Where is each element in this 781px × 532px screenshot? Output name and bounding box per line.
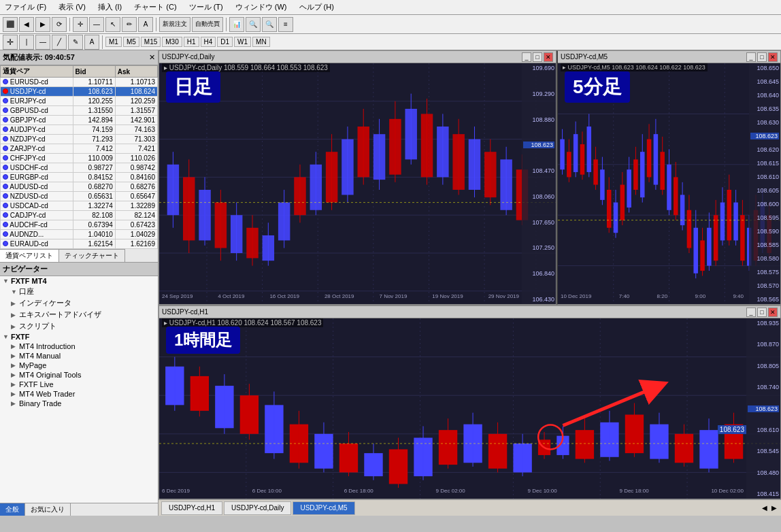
currency-row[interactable]: NZDUSD-cd0.656310.65647 <box>1 192 158 201</box>
nav-item[interactable]: ▶エキスパートアドバイザ <box>0 309 158 320</box>
currency-row[interactable]: ZARJPY-cd7.4127.421 <box>1 144 158 154</box>
tb-fwd[interactable]: ▶ <box>35 17 50 32</box>
currency-row[interactable]: EURGBP-cd0.841520.84160 <box>1 173 158 182</box>
currency-close-btn[interactable]: ✕ <box>149 53 155 62</box>
menu-help[interactable]: ヘルプ (H) <box>297 1 336 13</box>
currency-row[interactable]: AUDNZD...1.040101.04029 <box>1 230 158 239</box>
tf-m15[interactable]: M15 <box>141 37 161 47</box>
menu-view[interactable]: 表示 (V) <box>56 1 88 13</box>
bid-price: 0.67394 <box>73 220 115 230</box>
chart-tab-h1[interactable]: USDJPY-cd,H1 <box>161 501 222 515</box>
menu-window[interactable]: ウィンドウ (W) <box>233 1 289 13</box>
chart-h1-maximize[interactable]: □ <box>757 307 767 317</box>
chart-m5[interactable]: USDJPY-cd,M5 _ □ ✕ ▸ USDJPY-cd,M5 108.62… <box>556 50 781 305</box>
currency-row[interactable]: USDCHF-cd0.987270.98742 <box>1 163 158 173</box>
tb-zoom-in[interactable]: 🔍 <box>246 17 261 32</box>
currency-row[interactable]: GBPJPY-cd142.894142.901 <box>1 116 158 125</box>
currency-row[interactable]: AUDUSD-cd0.682700.68276 <box>1 182 158 192</box>
tb-arrow[interactable]: ↖ <box>105 17 120 32</box>
tb-text[interactable]: A <box>138 17 153 32</box>
nav-item[interactable]: ▼口座 <box>0 286 158 297</box>
chart-h1-svg <box>159 318 780 499</box>
chart-daily-close[interactable]: ✕ <box>544 52 553 62</box>
nav-item[interactable]: ▼FXTF <box>0 332 158 342</box>
tf-trendline[interactable]: ╱ <box>52 35 67 50</box>
tf-vline[interactable]: | <box>19 35 34 50</box>
tf-mn[interactable]: MN <box>252 37 270 47</box>
nav-item[interactable]: ▶MT4 Web Trader <box>0 389 158 399</box>
scroll-left-btn[interactable]: ◀ <box>761 504 769 512</box>
currency-row[interactable]: AUDJPY-cd74.15974.163 <box>1 125 158 135</box>
tb-new-order[interactable]: 新規注文 <box>159 17 190 32</box>
tf-m1[interactable]: M1 <box>105 37 122 47</box>
tf-h4[interactable]: H4 <box>201 37 216 47</box>
chart-m5-minimize[interactable]: _ <box>746 52 756 62</box>
tf-d1[interactable]: D1 <box>217 37 233 47</box>
nav-item[interactable]: ▶Binary Trade <box>0 399 158 408</box>
chart-daily[interactable]: USDJPY-cd,Daily _ □ ✕ ▸ USDJPY-cd,Daily … <box>159 50 556 305</box>
currency-table-container[interactable]: 通貨ペア Bid Ask EURUSD-cd1.107111.10713 USD… <box>0 65 158 249</box>
tf-m5[interactable]: M5 <box>123 37 139 47</box>
currency-row[interactable]: EURUSD-cd1.107111.10713 <box>1 78 158 87</box>
tf-h1[interactable]: H1 <box>184 37 199 47</box>
tb-chart-type[interactable]: 📊 <box>229 17 244 32</box>
tb-new[interactable]: ⬛ <box>3 17 18 32</box>
nav-item[interactable]: ▶スクリプト <box>0 320 158 332</box>
tab-pairs-list[interactable]: 通貨ペアリスト <box>0 249 59 262</box>
tb-back[interactable]: ◀ <box>19 17 34 32</box>
currency-row[interactable]: CHFJPY-cd110.009110.026 <box>1 154 158 163</box>
currency-pair-cell: USDJPY-cd <box>1 87 73 97</box>
ask-price: 110.026 <box>115 154 157 163</box>
nav-item[interactable]: ▼FXTF MT4 <box>0 276 158 286</box>
tb-more[interactable]: ≡ <box>278 17 293 32</box>
ask-price: 0.84160 <box>115 173 157 182</box>
tf-hline[interactable]: — <box>35 35 50 50</box>
chart-m5-maximize[interactable]: □ <box>757 52 767 62</box>
currency-row[interactable]: GBPUSD-cd1.315501.31557 <box>1 106 158 116</box>
m5-y-label-10: 108.605 <box>750 187 779 194</box>
tb-auto-trade[interactable]: 自動売買 <box>192 17 223 32</box>
tf-cursor[interactable]: ✛ <box>3 35 18 50</box>
chart-daily-maximize[interactable]: □ <box>533 52 542 62</box>
tb-pencil[interactable]: ✏ <box>122 17 137 32</box>
nav-item[interactable]: ▶MyPage <box>0 361 158 370</box>
currency-row[interactable]: USDJPY-cd108.623108.624 <box>1 87 158 97</box>
tb-zoom-out[interactable]: 🔍 <box>262 17 277 32</box>
nav-item[interactable]: ▶MT4 Manual <box>0 351 158 361</box>
chart-daily-minimize[interactable]: _ <box>522 52 531 62</box>
currency-pair-cell: EURUSD-cd <box>1 78 73 87</box>
tf-w1[interactable]: W1 <box>234 37 251 47</box>
currency-row[interactable]: USDCAD-cd1.322741.32289 <box>1 201 158 211</box>
currency-row[interactable]: EURAUD-cd1.621541.62169 <box>1 239 158 249</box>
bottom-tab-favorites[interactable]: お気に入り <box>25 503 71 516</box>
chart-h1-close[interactable]: ✕ <box>768 307 778 317</box>
chart-tab-daily[interactable]: USDJPY-cd,Daily <box>224 501 291 515</box>
tf-pen[interactable]: ✎ <box>68 35 83 50</box>
tb-line[interactable]: — <box>89 17 104 32</box>
tf-text[interactable]: A <box>84 35 99 50</box>
currency-row[interactable]: AUDCHF-cd0.673940.67423 <box>1 220 158 230</box>
scroll-right-btn[interactable]: ▶ <box>770 504 778 512</box>
nav-item[interactable]: ▶MT4 Original Tools <box>0 370 158 380</box>
chart-h1[interactable]: USDJPY-cd,H1 _ □ ✕ ▸ USDJPY-cd,H1 108.62… <box>159 305 781 499</box>
currency-row[interactable]: EURJPY-cd120.255120.259 <box>1 97 158 106</box>
chart-m5-close[interactable]: ✕ <box>768 52 778 62</box>
pair-name: NZDJPY-cd <box>10 135 46 143</box>
menu-file[interactable]: ファイル (F) <box>3 1 48 13</box>
pair-name: USDCHF-cd <box>10 164 48 171</box>
nav-item[interactable]: ▶MT4 Introduction <box>0 342 158 351</box>
chart-h1-minimize[interactable]: _ <box>746 307 756 317</box>
bottom-tab-all[interactable]: 全般 <box>0 503 25 516</box>
menu-chart[interactable]: チャート (C) <box>132 1 178 13</box>
nav-item[interactable]: ▶インディケータ <box>0 297 158 309</box>
tab-tick-chart[interactable]: ティックチャート <box>59 249 125 262</box>
currency-row[interactable]: CADJPY-cd82.10882.124 <box>1 211 158 220</box>
menu-insert[interactable]: 挿入 (I) <box>96 1 124 13</box>
chart-tab-m5[interactable]: USDJPY-cd,M5 <box>293 501 354 515</box>
nav-item[interactable]: ▶FXTF Live <box>0 380 158 389</box>
tb-refresh[interactable]: ⟳ <box>52 17 67 32</box>
currency-row[interactable]: NZDJPY-cd71.29371.303 <box>1 135 158 144</box>
tb-crosshair[interactable]: ✛ <box>73 17 88 32</box>
menu-tools[interactable]: ツール (T) <box>187 1 225 13</box>
tf-m30[interactable]: M30 <box>162 37 182 47</box>
